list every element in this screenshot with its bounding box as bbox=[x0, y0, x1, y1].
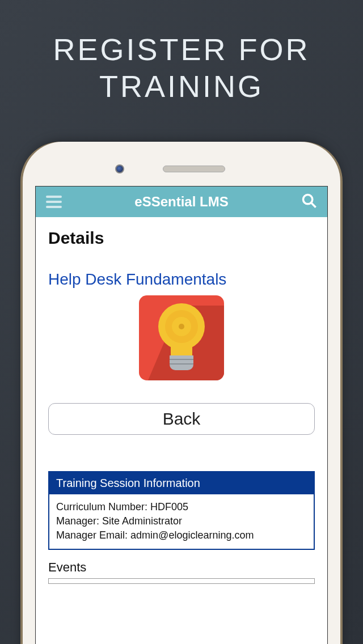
manager-row: Manager: Site Administrator bbox=[56, 514, 307, 528]
promo-title: REGISTER FOR TRAINING bbox=[0, 0, 363, 128]
manager-email-label: Manager Email: bbox=[56, 529, 128, 541]
course-title[interactable]: Help Desk Fundamentals bbox=[48, 270, 315, 289]
course-icon-wrap bbox=[48, 295, 315, 383]
manager-email-value: admin@elogiclearning.com bbox=[130, 529, 254, 541]
camera-icon bbox=[115, 164, 124, 173]
manager-value: Site Administrator bbox=[102, 515, 182, 527]
curriculum-label: Curriculum Number: bbox=[56, 501, 147, 512]
promo-line-2: TRAINING bbox=[99, 69, 264, 103]
curriculum-row: Curriculum Number: HDF005 bbox=[56, 500, 307, 514]
lightbulb-icon bbox=[139, 295, 224, 380]
svg-line-1 bbox=[311, 203, 316, 207]
events-heading: Events bbox=[48, 560, 315, 575]
session-info-panel: Training Session Information Curriculum … bbox=[48, 471, 315, 550]
session-info-body: Curriculum Number: HDF005 Manager: Site … bbox=[49, 494, 314, 549]
app-header: eSSential LMS bbox=[36, 187, 327, 217]
page-heading: Details bbox=[48, 228, 315, 248]
app-title: eSSential LMS bbox=[134, 194, 228, 210]
curriculum-value: HDF005 bbox=[150, 501, 188, 512]
phone-hardware-top bbox=[35, 158, 328, 186]
events-box[interactable] bbox=[48, 578, 315, 584]
back-button[interactable]: Back bbox=[48, 403, 315, 435]
page-content: Details Help Desk Fundamentals Back Trai… bbox=[36, 217, 327, 595]
phone-screen: eSSential LMS Details Help Desk Fundamen… bbox=[35, 186, 328, 644]
svg-point-0 bbox=[303, 195, 313, 204]
phone-frame: eSSential LMS Details Help Desk Fundamen… bbox=[23, 142, 340, 644]
speaker-icon bbox=[163, 166, 225, 172]
search-icon[interactable] bbox=[301, 193, 317, 211]
manager-label: Manager: bbox=[56, 515, 99, 527]
menu-icon[interactable] bbox=[46, 196, 62, 208]
manager-email-row: Manager Email: admin@elogiclearning.com bbox=[56, 528, 307, 543]
promo-line-1: REGISTER FOR bbox=[53, 32, 310, 66]
session-info-header: Training Session Information bbox=[49, 472, 314, 494]
